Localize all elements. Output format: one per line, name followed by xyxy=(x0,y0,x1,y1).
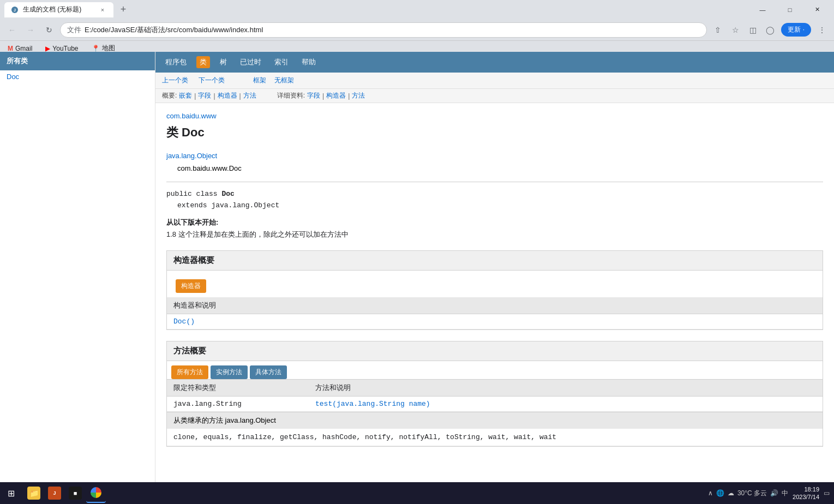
page-content: 所有类 Doc 程序包 类 树 已过时 索引 帮助 上一个类 下一个类 框架 无… xyxy=(0,52,834,482)
share-button[interactable]: ⇧ xyxy=(710,22,725,38)
nav-item-index[interactable]: 索引 xyxy=(271,56,292,68)
field-link[interactable]: 字段 xyxy=(198,91,211,100)
weather-text: 30°C 多云 xyxy=(737,489,767,498)
menu-button[interactable]: ⋮ xyxy=(814,22,830,38)
constructor-entry[interactable]: Doc() xyxy=(167,314,823,329)
doc-breadcrumb: 上一个类 下一个类 框架 无框架 xyxy=(155,73,834,89)
youtube-label: YouTube xyxy=(52,45,78,52)
method-summary-section: 方法概要 所有方法 实例方法 具体方法 限定符和类型 方法和说明 java.la… xyxy=(166,341,823,447)
content-area: com.baidu.www 类 Doc java.lang.Object com… xyxy=(155,103,834,466)
maximize-button[interactable]: □ xyxy=(777,2,802,17)
method-signature[interactable]: test(java.lang.String name) xyxy=(315,400,816,408)
sidebar: 所有类 Doc xyxy=(0,52,155,482)
taskbar-chrome[interactable] xyxy=(86,483,106,503)
separator xyxy=(166,182,823,182)
inherited-section: 从类继承的方法 java.lang.Object xyxy=(167,412,823,429)
code-block: public class Doc extends java.lang.Objec… xyxy=(166,189,823,212)
start-button[interactable]: ⊞ xyxy=(0,482,22,504)
taskbar-explorer[interactable]: 📁 xyxy=(24,483,44,503)
nav-item-tree[interactable]: 树 xyxy=(217,56,230,68)
constructor-tab[interactable]: 构造器 xyxy=(176,279,206,293)
noframe-link[interactable]: 无框架 xyxy=(274,76,294,85)
youtube-icon: ▶ xyxy=(45,45,50,52)
system-clock[interactable]: 18:19 2023/7/14 xyxy=(793,485,819,501)
sidebar-item-doc[interactable]: Doc xyxy=(0,70,155,83)
parent-class-link[interactable]: java.lang.Object xyxy=(166,152,217,160)
language-icon[interactable]: 中 xyxy=(782,489,788,498)
network-icon[interactable]: 🌐 xyxy=(716,489,724,497)
extends-line: extends java.lang.Object xyxy=(166,200,823,212)
update-button[interactable]: 更新 · xyxy=(781,23,811,37)
next-class-link[interactable]: 下一个类 xyxy=(199,76,225,85)
nav-actions: ⇧ ☆ ◫ ◯ xyxy=(710,22,778,38)
taskbar-cmd[interactable]: ■ xyxy=(65,483,85,503)
class-hierarchy: java.lang.Object com.baidu.www.Doc xyxy=(166,149,823,175)
refresh-button[interactable]: ↻ xyxy=(41,22,57,38)
tab-close-button[interactable]: × xyxy=(98,5,107,14)
method-table-header: 限定符和类型 方法和说明 xyxy=(167,380,823,397)
bookmark-button[interactable]: ☆ xyxy=(728,22,743,38)
constructor-summary-section: 构造器概要 构造器 构造器和说明 Doc() xyxy=(166,250,823,330)
framed-link[interactable]: 框架 xyxy=(253,76,266,85)
inherited-methods: clone, equals, finalize, getClass, hashC… xyxy=(167,429,823,446)
volume-icon[interactable]: 🔊 xyxy=(770,489,778,497)
sidebar-header: 所有类 xyxy=(0,52,155,70)
back-button[interactable]: ← xyxy=(4,22,20,38)
chrome-icon xyxy=(89,486,103,499)
taskbar-java[interactable]: J xyxy=(45,483,64,503)
address-bar[interactable]: 文件 E:/code/JavaSE/基础语法/src/com/baidu/www… xyxy=(60,22,707,38)
extensions-button[interactable]: ◫ xyxy=(745,22,760,38)
detail-method-link[interactable]: 方法 xyxy=(352,91,365,100)
since-label: 从以下版本开始: xyxy=(166,218,823,227)
forward-button[interactable]: → xyxy=(23,22,38,38)
profile-button[interactable]: ◯ xyxy=(763,22,778,38)
nav-item-package[interactable]: 程序包 xyxy=(162,56,190,68)
taskbar: ⊞ 📁 J ■ ∧ 🌐 ☁ 30°C 多云 🔊 中 18:19 2023/7/1… xyxy=(0,482,834,504)
close-button[interactable]: ✕ xyxy=(805,2,830,17)
nav-item-deprecated[interactable]: 已过时 xyxy=(237,56,265,68)
constructor-link[interactable]: 构造器 xyxy=(218,91,237,100)
col2-header: 方法和说明 xyxy=(315,383,816,393)
title-bar: J 生成的文档 (无标题) × + — □ ✕ xyxy=(0,0,834,19)
maps-icon: 📍 xyxy=(92,45,100,52)
minimize-button[interactable]: — xyxy=(750,2,775,17)
navigation-bar: ← → ↻ 文件 E:/code/JavaSE/基础语法/src/com/bai… xyxy=(0,19,834,41)
svg-text:J: J xyxy=(14,8,16,12)
concrete-methods-tab[interactable]: 具体方法 xyxy=(250,365,287,379)
method-section-title: 方法概要 xyxy=(167,341,823,361)
show-desktop[interactable]: ▭ xyxy=(824,489,830,497)
doc-nav: 程序包 类 树 已过时 索引 帮助 xyxy=(155,52,834,73)
tab-favicon: J xyxy=(11,6,19,14)
since-text: 1.8 这个注释是加在类上面的，除此之外还可以加在方法中 xyxy=(166,230,823,239)
main-content: 程序包 类 树 已过时 索引 帮助 上一个类 下一个类 框架 无框架 概要: 嵌… xyxy=(155,52,834,482)
system-tray: ∧ 🌐 ☁ 30°C 多云 🔊 中 xyxy=(708,489,788,498)
instance-methods-tab[interactable]: 实例方法 xyxy=(211,365,248,379)
constructor-header-label: 构造器和说明 xyxy=(173,301,216,310)
nav-item-class[interactable]: 类 xyxy=(196,56,210,68)
weather-icon: ☁ xyxy=(728,489,734,497)
window-controls: — □ ✕ xyxy=(750,2,830,17)
doc-summary: 概要: 嵌套 | 字段 | 构造器 | 方法 详细资料: 字段 | 构造器 | … xyxy=(155,89,834,103)
inherited-title: 从类继承的方法 java.lang.Object xyxy=(173,416,276,424)
method-link[interactable]: 方法 xyxy=(243,91,256,100)
new-tab-button[interactable]: + xyxy=(116,2,131,17)
explorer-icon: 📁 xyxy=(27,487,40,500)
tray-expand[interactable]: ∧ xyxy=(708,489,713,497)
overview-label: 概要: xyxy=(162,91,177,100)
gmail-label: Gmail xyxy=(15,45,32,52)
active-tab[interactable]: J 生成的文档 (无标题) × xyxy=(4,2,113,17)
col1-header: 限定符和类型 xyxy=(173,383,315,393)
prev-class-link[interactable]: 上一个类 xyxy=(162,76,188,85)
detail-constructor-link[interactable]: 构造器 xyxy=(326,91,346,100)
all-methods-tab[interactable]: 所有方法 xyxy=(171,365,208,379)
clock-date: 2023/7/14 xyxy=(793,493,819,501)
nav-item-help[interactable]: 帮助 xyxy=(298,56,319,68)
nested-link[interactable]: 嵌套 xyxy=(179,91,192,100)
detail-field-link[interactable]: 字段 xyxy=(307,91,320,100)
taskbar-items: 📁 J ■ xyxy=(22,483,704,503)
address-scheme: 文件 xyxy=(67,25,81,35)
package-name[interactable]: com.baidu.www xyxy=(166,112,823,120)
detail-label: 详细资料: xyxy=(277,91,305,100)
constructor-table-header: 构造器和说明 xyxy=(167,297,823,314)
current-class: com.baidu.www.Doc xyxy=(166,162,823,175)
